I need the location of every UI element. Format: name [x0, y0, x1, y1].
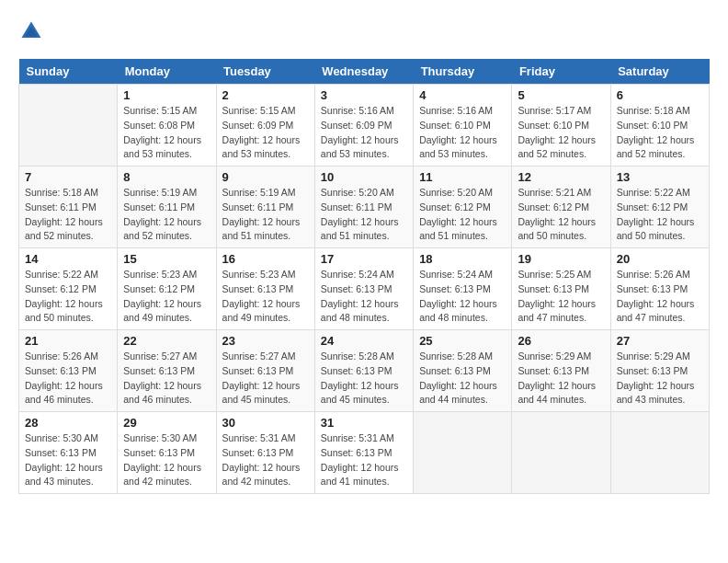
day-number: 6	[617, 88, 703, 102]
day-info: Sunrise: 5:20 AMSunset: 6:12 PMDaylight:…	[419, 186, 506, 244]
day-cell: 30Sunrise: 5:31 AMSunset: 6:13 PMDayligh…	[216, 412, 314, 494]
day-number: 21	[25, 334, 111, 348]
week-row-2: 7Sunrise: 5:18 AMSunset: 6:11 PMDaylight…	[19, 167, 710, 248]
day-cell: 31Sunrise: 5:31 AMSunset: 6:13 PMDayligh…	[314, 412, 413, 494]
day-info: Sunrise: 5:19 AMSunset: 6:11 PMDaylight:…	[222, 186, 309, 244]
day-info: Sunrise: 5:27 AMSunset: 6:13 PMDaylight:…	[123, 350, 210, 408]
day-info: Sunrise: 5:30 AMSunset: 6:13 PMDaylight:…	[25, 431, 111, 489]
day-cell: 27Sunrise: 5:29 AMSunset: 6:13 PMDayligh…	[610, 330, 709, 412]
day-cell: 22Sunrise: 5:27 AMSunset: 6:13 PMDayligh…	[118, 330, 216, 412]
day-info: Sunrise: 5:22 AMSunset: 6:12 PMDaylight:…	[617, 186, 703, 244]
day-number: 8	[123, 170, 210, 184]
week-row-5: 28Sunrise: 5:30 AMSunset: 6:13 PMDayligh…	[19, 412, 710, 494]
day-cell	[414, 412, 512, 494]
day-number: 27	[617, 334, 703, 348]
day-number: 16	[222, 252, 309, 266]
day-number: 25	[419, 334, 506, 348]
header-cell-wednesday: Wednesday	[314, 59, 413, 85]
day-cell: 3Sunrise: 5:16 AMSunset: 6:09 PMDaylight…	[314, 85, 413, 167]
day-cell: 7Sunrise: 5:18 AMSunset: 6:11 PMDaylight…	[19, 167, 118, 248]
day-info: Sunrise: 5:15 AMSunset: 6:09 PMDaylight:…	[222, 104, 309, 162]
day-number: 2	[222, 88, 309, 102]
day-number: 31	[321, 416, 407, 430]
day-info: Sunrise: 5:29 AMSunset: 6:13 PMDaylight:…	[617, 350, 703, 408]
day-number: 11	[419, 170, 506, 184]
day-cell: 11Sunrise: 5:20 AMSunset: 6:12 PMDayligh…	[414, 167, 512, 248]
day-info: Sunrise: 5:15 AMSunset: 6:08 PMDaylight:…	[123, 104, 210, 162]
day-number: 24	[321, 334, 407, 348]
day-cell: 23Sunrise: 5:27 AMSunset: 6:13 PMDayligh…	[216, 330, 314, 412]
day-cell	[512, 412, 610, 494]
day-info: Sunrise: 5:18 AMSunset: 6:11 PMDaylight:…	[25, 186, 111, 244]
day-number: 14	[25, 252, 111, 266]
day-info: Sunrise: 5:31 AMSunset: 6:13 PMDaylight:…	[222, 431, 309, 489]
header-cell-sunday: Sunday	[19, 59, 118, 85]
day-number: 18	[419, 252, 506, 266]
day-info: Sunrise: 5:17 AMSunset: 6:10 PMDaylight:…	[518, 104, 604, 162]
day-cell: 19Sunrise: 5:25 AMSunset: 6:13 PMDayligh…	[512, 248, 610, 330]
page-header	[18, 18, 710, 44]
day-number: 4	[419, 88, 506, 102]
day-info: Sunrise: 5:29 AMSunset: 6:13 PMDaylight:…	[518, 350, 604, 408]
day-info: Sunrise: 5:22 AMSunset: 6:12 PMDaylight:…	[25, 268, 111, 326]
header-cell-friday: Friday	[512, 59, 610, 85]
logo	[18, 18, 48, 44]
day-info: Sunrise: 5:18 AMSunset: 6:10 PMDaylight:…	[617, 104, 703, 162]
day-cell: 21Sunrise: 5:26 AMSunset: 6:13 PMDayligh…	[19, 330, 118, 412]
day-info: Sunrise: 5:28 AMSunset: 6:13 PMDaylight:…	[419, 350, 506, 408]
day-info: Sunrise: 5:28 AMSunset: 6:13 PMDaylight:…	[321, 350, 407, 408]
week-row-3: 14Sunrise: 5:22 AMSunset: 6:12 PMDayligh…	[19, 248, 710, 330]
day-number: 29	[123, 416, 210, 430]
day-cell: 29Sunrise: 5:30 AMSunset: 6:13 PMDayligh…	[118, 412, 216, 494]
day-info: Sunrise: 5:27 AMSunset: 6:13 PMDaylight:…	[222, 350, 309, 408]
day-cell: 26Sunrise: 5:29 AMSunset: 6:13 PMDayligh…	[512, 330, 610, 412]
week-row-1: 1Sunrise: 5:15 AMSunset: 6:08 PMDaylight…	[19, 85, 710, 167]
day-info: Sunrise: 5:20 AMSunset: 6:11 PMDaylight:…	[321, 186, 407, 244]
day-number: 13	[617, 170, 703, 184]
day-cell: 6Sunrise: 5:18 AMSunset: 6:10 PMDaylight…	[610, 85, 709, 167]
day-info: Sunrise: 5:21 AMSunset: 6:12 PMDaylight:…	[518, 186, 604, 244]
day-cell: 9Sunrise: 5:19 AMSunset: 6:11 PMDaylight…	[216, 167, 314, 248]
calendar-header: SundayMondayTuesdayWednesdayThursdayFrid…	[19, 59, 710, 85]
day-cell: 13Sunrise: 5:22 AMSunset: 6:12 PMDayligh…	[610, 167, 709, 248]
day-cell: 17Sunrise: 5:24 AMSunset: 6:13 PMDayligh…	[314, 248, 413, 330]
day-number: 7	[25, 170, 111, 184]
logo-icon	[18, 18, 44, 44]
day-info: Sunrise: 5:24 AMSunset: 6:13 PMDaylight:…	[321, 268, 407, 326]
day-cell: 15Sunrise: 5:23 AMSunset: 6:12 PMDayligh…	[118, 248, 216, 330]
day-info: Sunrise: 5:26 AMSunset: 6:13 PMDaylight:…	[25, 350, 111, 408]
day-number: 9	[222, 170, 309, 184]
day-cell: 25Sunrise: 5:28 AMSunset: 6:13 PMDayligh…	[414, 330, 512, 412]
day-cell: 12Sunrise: 5:21 AMSunset: 6:12 PMDayligh…	[512, 167, 610, 248]
day-info: Sunrise: 5:23 AMSunset: 6:13 PMDaylight:…	[222, 268, 309, 326]
day-number: 26	[518, 334, 604, 348]
day-cell: 4Sunrise: 5:16 AMSunset: 6:10 PMDaylight…	[414, 85, 512, 167]
day-number: 30	[222, 416, 309, 430]
day-info: Sunrise: 5:26 AMSunset: 6:13 PMDaylight:…	[617, 268, 703, 326]
day-cell: 14Sunrise: 5:22 AMSunset: 6:12 PMDayligh…	[19, 248, 118, 330]
header-cell-tuesday: Tuesday	[216, 59, 314, 85]
day-cell	[19, 85, 118, 167]
day-info: Sunrise: 5:24 AMSunset: 6:13 PMDaylight:…	[419, 268, 506, 326]
day-info: Sunrise: 5:23 AMSunset: 6:12 PMDaylight:…	[123, 268, 210, 326]
day-cell: 20Sunrise: 5:26 AMSunset: 6:13 PMDayligh…	[610, 248, 709, 330]
day-number: 10	[321, 170, 407, 184]
day-cell: 2Sunrise: 5:15 AMSunset: 6:09 PMDaylight…	[216, 85, 314, 167]
calendar-body: 1Sunrise: 5:15 AMSunset: 6:08 PMDaylight…	[19, 85, 710, 494]
day-cell: 24Sunrise: 5:28 AMSunset: 6:13 PMDayligh…	[314, 330, 413, 412]
day-info: Sunrise: 5:16 AMSunset: 6:09 PMDaylight:…	[321, 104, 407, 162]
day-number: 12	[518, 170, 604, 184]
calendar-table: SundayMondayTuesdayWednesdayThursdayFrid…	[18, 59, 710, 494]
day-cell: 16Sunrise: 5:23 AMSunset: 6:13 PMDayligh…	[216, 248, 314, 330]
day-number: 23	[222, 334, 309, 348]
day-cell: 28Sunrise: 5:30 AMSunset: 6:13 PMDayligh…	[19, 412, 118, 494]
day-number: 15	[123, 252, 210, 266]
day-info: Sunrise: 5:25 AMSunset: 6:13 PMDaylight:…	[518, 268, 604, 326]
day-number: 19	[518, 252, 604, 266]
day-cell	[610, 412, 709, 494]
day-number: 1	[123, 88, 210, 102]
day-number: 22	[123, 334, 210, 348]
header-cell-monday: Monday	[118, 59, 216, 85]
day-number: 3	[321, 88, 407, 102]
header-row: SundayMondayTuesdayWednesdayThursdayFrid…	[19, 59, 710, 85]
